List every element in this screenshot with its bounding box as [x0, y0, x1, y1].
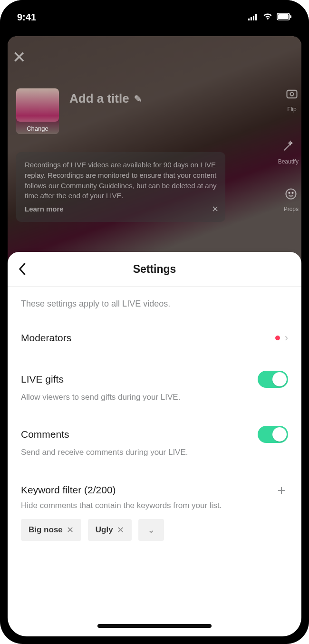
comments-toggle[interactable] — [258, 426, 288, 443]
comments-desc: Send and receive comments during your LI… — [21, 448, 288, 457]
chevron-right-icon: › — [285, 332, 288, 344]
live-title-input[interactable]: Add a title ✎ — [69, 91, 142, 106]
live-gifts-desc: Allow viewers to send gifts during your … — [21, 393, 288, 402]
live-gifts-toggle[interactable] — [258, 371, 288, 388]
live-title-placeholder: Add a title — [69, 91, 129, 106]
sheet-title: Settings — [133, 263, 176, 276]
flip-icon — [285, 87, 299, 104]
svg-rect-6 — [290, 15, 291, 18]
props-icon — [284, 187, 298, 204]
phone-frame: 9:41 ✕ Change Add a title ✎ Fli — [0, 0, 309, 644]
wand-icon — [281, 140, 295, 156]
wifi-icon — [262, 12, 273, 23]
notice-text: Recordings of LIVE videos are available … — [25, 161, 217, 200]
chevron-down-icon: ⌄ — [148, 525, 154, 535]
home-indicator[interactable] — [97, 624, 212, 628]
svg-rect-2 — [253, 16, 254, 20]
live-preview-background: ✕ Change Add a title ✎ Flip Beautify Pro… — [8, 36, 301, 260]
status-time: 9:41 — [17, 12, 36, 23]
chip-label: Ugly — [96, 525, 113, 535]
comments-row: Comments — [21, 426, 288, 443]
props-button[interactable]: Props — [284, 187, 299, 212]
pencil-icon: ✎ — [134, 93, 142, 105]
chip-remove-icon[interactable]: ✕ — [117, 525, 124, 535]
sheet-body: These settings apply to all LIVE videos.… — [8, 287, 301, 636]
svg-rect-5 — [278, 14, 289, 19]
status-bar: 9:41 — [0, 0, 309, 27]
live-gifts-row: LIVE gifts — [21, 371, 288, 388]
moderators-indicator: › — [275, 332, 288, 344]
props-label: Props — [284, 206, 299, 212]
flip-label: Flip — [287, 106, 296, 113]
svg-rect-1 — [251, 17, 252, 20]
close-icon[interactable]: ✕ — [12, 48, 26, 67]
keyword-chip[interactable]: Big nose ✕ — [21, 519, 81, 541]
flip-button[interactable]: Flip — [285, 87, 299, 113]
keyword-chips: Big nose ✕ Ugly ✕ ⌄ — [21, 519, 288, 541]
keyword-chip[interactable]: Ugly ✕ — [88, 519, 132, 541]
learn-more-link[interactable]: Learn more — [25, 204, 217, 214]
sheet-header: Settings — [8, 252, 301, 287]
beautify-label: Beautify — [278, 158, 299, 165]
notice-close-icon[interactable]: ✕ — [212, 203, 219, 215]
svg-point-9 — [286, 189, 296, 199]
add-keyword-button[interactable]: ＋ — [275, 481, 288, 499]
svg-rect-0 — [248, 19, 250, 20]
recording-notice: Recordings of LIVE videos are available … — [16, 152, 225, 222]
comments-label: Comments — [21, 429, 69, 440]
keyword-filter-label: Keyword filter (2/200) — [21, 484, 116, 496]
keyword-filter-desc: Hide comments that contain the keywords … — [21, 501, 288, 510]
svg-point-11 — [292, 192, 293, 193]
live-gifts-label: LIVE gifts — [21, 374, 64, 385]
svg-rect-3 — [255, 14, 257, 20]
settings-description: These settings apply to all LIVE videos. — [21, 299, 288, 309]
beautify-button[interactable]: Beautify — [278, 140, 299, 165]
moderators-label: Moderators — [21, 332, 71, 344]
cellular-icon — [248, 12, 259, 23]
keyword-filter-row: Keyword filter (2/200) ＋ — [21, 481, 288, 499]
svg-point-10 — [289, 192, 290, 193]
dim-overlay — [8, 36, 301, 260]
change-cover-label: Change — [16, 125, 59, 132]
chip-remove-icon[interactable]: ✕ — [67, 525, 74, 535]
moderators-row[interactable]: Moderators › — [21, 332, 288, 344]
back-icon[interactable] — [17, 262, 27, 279]
status-icons — [248, 12, 292, 23]
svg-rect-7 — [287, 90, 297, 98]
alert-dot-icon — [275, 336, 280, 340]
expand-chips-button[interactable]: ⌄ — [138, 519, 164, 541]
chip-label: Big nose — [29, 525, 63, 535]
svg-point-8 — [290, 93, 294, 96]
battery-icon — [277, 12, 292, 23]
cover-thumbnail[interactable]: Change — [16, 88, 59, 134]
settings-sheet: Settings These settings apply to all LIV… — [8, 252, 301, 636]
